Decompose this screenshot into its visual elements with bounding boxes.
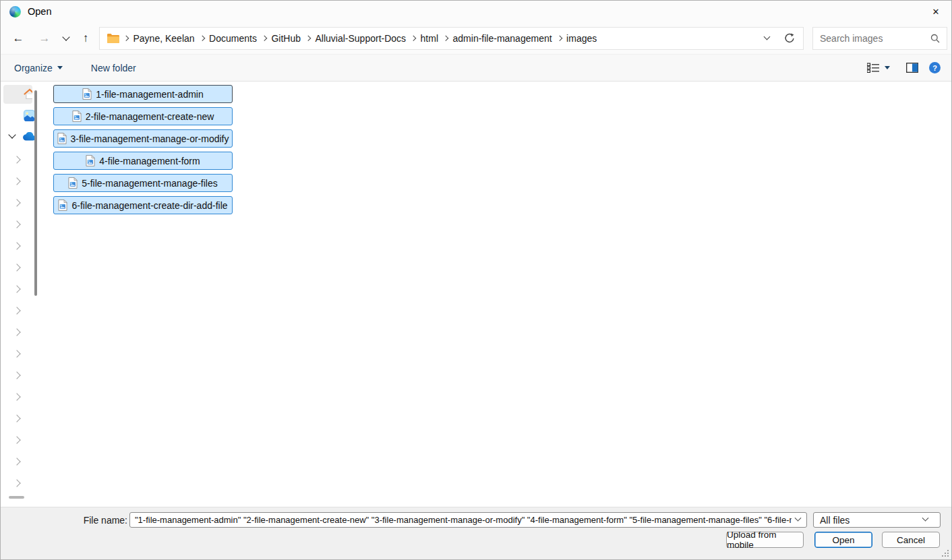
tree-item-collapsed[interactable] <box>1 408 38 429</box>
new-folder-label: New folder <box>91 63 136 73</box>
details-view-icon <box>867 63 879 73</box>
breadcrumb-label: Documents <box>208 32 258 44</box>
file-name-label: File name: <box>73 515 127 526</box>
navigation-bar: ← → ↑ Payne, Keelan Documents GitHub <box>1 22 951 54</box>
chevron-right-icon <box>13 458 20 465</box>
breadcrumb-item[interactable]: images <box>553 32 598 44</box>
chevron-right-icon <box>262 36 267 41</box>
horizontal-scrollbar-thumb[interactable] <box>9 496 24 499</box>
open-file-dialog: Open ✕ ← → ↑ Payne, Keelan Documents <box>0 0 952 560</box>
search-input[interactable] <box>820 33 930 44</box>
address-dropdown-chevron-icon[interactable] <box>764 34 771 40</box>
gallery-icon[interactable] <box>24 110 35 121</box>
file-item[interactable]: 5-file-management-manage-files <box>53 174 233 192</box>
file-item[interactable]: 1-file-management-admin <box>53 85 233 103</box>
chevron-right-icon <box>13 285 20 292</box>
chevron-down-icon[interactable] <box>8 131 16 138</box>
chevron-down-icon[interactable] <box>795 515 802 522</box>
image-file-icon <box>57 133 67 144</box>
tree-item-collapsed[interactable] <box>1 386 38 408</box>
file-name-combobox[interactable] <box>129 512 807 528</box>
up-button[interactable]: ↑ <box>75 27 96 50</box>
breadcrumb-item[interactable]: Alluvial-Support-Docs <box>301 32 407 44</box>
address-bar-controls <box>765 33 798 44</box>
tree-item-collapsed[interactable] <box>1 365 38 386</box>
tree-item-collapsed[interactable] <box>1 278 38 300</box>
image-file-icon <box>68 177 78 189</box>
file-name: 2-file-management-create-new <box>86 111 214 122</box>
back-button[interactable]: ← <box>5 27 32 50</box>
breadcrumb-item[interactable]: Payne, Keelan <box>119 32 196 44</box>
toolbar: Organize New folder ? <box>1 54 951 82</box>
breadcrumb-item[interactable]: Documents <box>196 32 258 44</box>
chevron-right-icon <box>13 350 20 357</box>
breadcrumb-label: GitHub <box>270 32 301 44</box>
preview-pane-icon[interactable] <box>906 63 918 73</box>
tree-item-collapsed[interactable] <box>1 149 38 170</box>
cancel-button[interactable]: Cancel <box>882 532 940 548</box>
search-icon <box>930 34 940 43</box>
close-button[interactable]: ✕ <box>920 1 951 22</box>
tree-item-collapsed[interactable] <box>1 192 38 214</box>
chevron-right-icon <box>305 36 311 41</box>
breadcrumb-label: admin-file-management <box>452 32 553 44</box>
upload-from-mobile-button[interactable]: Upload from mobile <box>726 532 804 548</box>
tree-item-collapsed[interactable] <box>1 257 38 278</box>
chevron-down-icon <box>62 33 69 40</box>
image-file-icon <box>86 155 95 166</box>
vertical-scrollbar-thumb[interactable] <box>34 90 37 296</box>
breadcrumb-item[interactable]: html <box>407 32 439 44</box>
file-type-select[interactable]: All files <box>813 512 941 528</box>
chevron-right-icon <box>13 156 20 163</box>
organize-button[interactable]: Organize <box>14 63 63 73</box>
tree-item-collapsed[interactable] <box>1 321 38 343</box>
address-bar[interactable]: Payne, Keelan Documents GitHub Alluvial-… <box>99 27 804 50</box>
tree-item-collapsed[interactable] <box>1 451 38 472</box>
file-item[interactable]: 6-file-management-create-dir-add-file <box>53 196 233 214</box>
folder-icon <box>107 33 119 43</box>
breadcrumb-label: images <box>566 32 597 44</box>
chevron-right-icon <box>13 307 20 314</box>
breadcrumb-item[interactable]: GitHub <box>258 32 301 44</box>
chevron-right-icon <box>13 199 20 206</box>
file-name: 1-file-management-admin <box>96 89 204 100</box>
folder-tree <box>1 149 38 494</box>
chevron-right-icon <box>13 242 20 249</box>
sidebar-item-home[interactable] <box>3 85 32 104</box>
chevron-down-icon <box>922 515 929 522</box>
image-file-icon <box>82 88 92 100</box>
chevron-right-icon <box>13 220 20 228</box>
tree-item-collapsed[interactable] <box>1 235 38 257</box>
search-box[interactable] <box>812 27 947 50</box>
forward-button[interactable]: → <box>32 27 57 50</box>
open-button[interactable]: Open <box>814 532 872 548</box>
chevron-right-icon <box>13 414 20 422</box>
chevron-right-icon <box>411 36 416 41</box>
navigation-pane <box>1 82 38 507</box>
help-button[interactable]: ? <box>929 62 941 73</box>
title-bar: Open ✕ <box>1 1 951 22</box>
file-name: 3-file-management-manage-or-modify <box>71 133 229 144</box>
breadcrumb-label: html <box>420 32 439 44</box>
tree-item-collapsed[interactable] <box>1 472 38 494</box>
breadcrumb-label: Alluvial-Support-Docs <box>314 32 407 44</box>
file-item[interactable]: 4-file-management-form <box>53 152 233 170</box>
file-name-input[interactable] <box>130 513 794 527</box>
chevron-right-icon <box>443 36 448 41</box>
tree-item-collapsed[interactable] <box>1 300 38 321</box>
tree-item-collapsed[interactable] <box>1 214 38 235</box>
file-item[interactable]: 3-file-management-manage-or-modify <box>53 129 233 148</box>
tree-item-collapsed[interactable] <box>1 343 38 365</box>
refresh-icon[interactable] <box>784 33 795 44</box>
tree-item-collapsed[interactable] <box>1 170 38 192</box>
file-item[interactable]: 2-file-management-create-new <box>53 107 233 125</box>
change-view-button[interactable] <box>867 63 890 73</box>
resize-grip[interactable] <box>942 550 949 557</box>
recent-locations-button[interactable] <box>57 27 75 50</box>
new-folder-button[interactable]: New folder <box>91 63 136 73</box>
chevron-right-icon <box>199 36 204 41</box>
tree-item-collapsed[interactable] <box>1 429 38 451</box>
file-name: 6-file-management-create-dir-add-file <box>71 200 227 211</box>
breadcrumb-item[interactable]: admin-file-management <box>439 32 553 44</box>
window-title: Open <box>28 6 51 17</box>
